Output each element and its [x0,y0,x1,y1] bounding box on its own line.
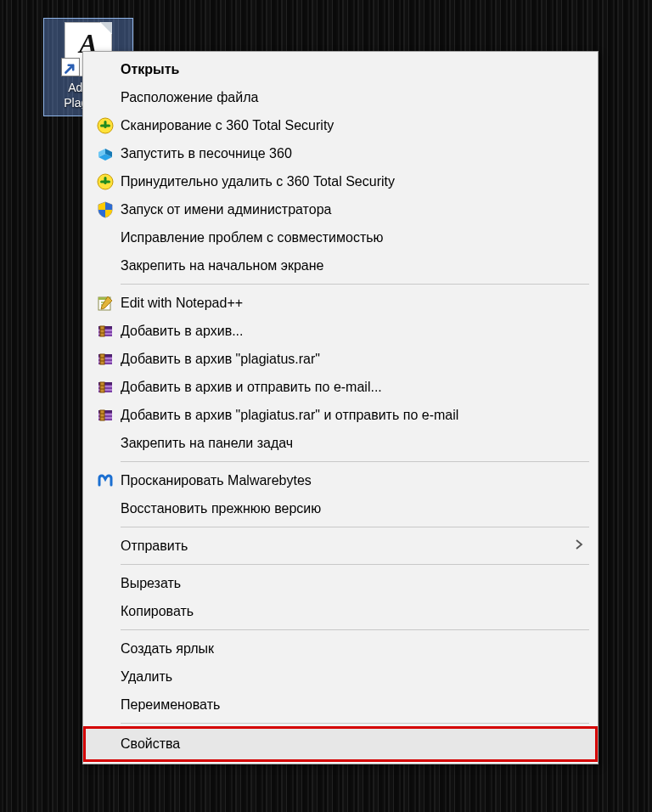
menu-item-edit-npp[interactable]: Edit with Notepad++ [85,289,596,317]
winrar-icon-slot [90,378,121,397]
menu-item-label: Исправление проблем с совместимостью [121,230,584,245]
menu-separator [121,461,589,462]
menu-item-create-shortcut[interactable]: Создать ярлык [85,634,596,663]
svg-rect-8 [100,180,110,183]
menu-item-compat-fix[interactable]: Исправление проблем с совместимостью [85,223,596,251]
menu-item-label: Восстановить прежнюю версию [121,501,584,516]
menu-item-label: Добавить в архив и отправить по e-mail..… [121,380,584,395]
menu-item-scan-mwb[interactable]: Просканировать Malwarebytes [85,466,596,494]
menu-item-sandbox-360[interactable]: Запустить в песочнице 360 [85,139,596,167]
menu-item-restore-prev[interactable]: Восстановить прежнюю версию [85,494,596,522]
menu-item-label: Копировать [121,604,584,619]
menu-item-label: Принудительно удалить с 360 Total Securi… [121,174,584,189]
menu-separator [121,284,589,285]
desktop-background: A Advego Plagiatus ОткрытьРасположение ф… [0,0,652,812]
menu-item-label: Открыть [121,62,584,77]
menu-item-copy[interactable]: Копировать [85,597,596,625]
menu-separator [121,723,589,724]
menu-item-label: Свойства [121,736,584,752]
menu-item-label: Запуск от имени администратора [121,202,584,217]
scan360-icon-slot [90,116,121,135]
malwarebytes-icon-slot [90,471,121,490]
menu-item-delete[interactable]: Удалить [85,663,596,691]
menu-item-open[interactable]: Открыть [85,55,596,83]
svg-rect-27 [100,382,104,392]
svg-rect-2 [100,124,110,127]
menu-separator [121,629,589,630]
menu-separator [121,564,589,565]
menu-item-label: Добавить в архив... [121,324,584,339]
menu-item-file-location[interactable]: Расположение файла [85,83,596,111]
menu-item-label: Переименовать [121,697,584,713]
shortcut-glyph: A [65,36,112,51]
menu-item-label: Расположение файла [121,90,584,105]
menu-item-run-as-admin[interactable]: Запуск от имени администратора [85,195,596,223]
menu-item-scan-360[interactable]: Сканирование с 360 Total Security [85,111,596,139]
scan360-icon-slot [90,172,121,191]
menu-item-label: Сканирование с 360 Total Security [121,118,584,133]
menu-item-rar-add[interactable]: Добавить в архив... [85,317,596,345]
shield-icon-slot [90,200,121,219]
menu-item-label: Закрепить на начальном экране [121,258,584,273]
submenu-arrow [574,538,584,555]
menu-item-label: Edit with Notepad++ [121,296,584,311]
uac-shield-icon [96,200,115,219]
sandbox-icon-slot [90,144,121,163]
svg-rect-15 [100,326,104,336]
menu-item-label: Закрепить на панели задач [121,436,584,451]
menu-item-label: Удалить [121,669,584,685]
menu-item-cut[interactable]: Вырезать [85,569,596,597]
menu-item-pin-taskbar[interactable]: Закрепить на панели задач [85,429,596,457]
submenu-arrow-icon [574,538,584,551]
menu-item-rename[interactable]: Переименовать [85,691,596,719]
winrar-icon-slot [90,322,121,341]
menu-separator [121,527,589,527]
svg-rect-21 [100,354,104,364]
menu-item-label: Запустить в песочнице 360 [121,146,584,161]
menu-item-label: Вырезать [121,576,584,591]
menu-item-label: Создать ярлык [121,641,584,657]
menu-item-rar-add-named-email[interactable]: Добавить в архив "plagiatus.rar" и отпра… [85,401,596,429]
menu-item-label: Добавить в архив "plagiatus.rar" и отпра… [121,408,584,423]
menu-item-label: Отправить [121,539,574,554]
menu-item-pin-start[interactable]: Закрепить на начальном экране [85,251,596,279]
menu-item-properties[interactable]: Свойства [85,728,596,760]
svg-rect-33 [100,410,104,420]
shortcut-arrow-overlay-icon [61,58,80,76]
winrar-icon [96,322,115,341]
menu-item-label: Просканировать Malwarebytes [121,473,584,488]
winrar-icon [96,350,115,369]
winrar-icon [96,406,115,425]
menu-item-rar-add-named[interactable]: Добавить в архив "plagiatus.rar" [85,345,596,373]
winrar-icon [96,378,115,397]
winrar-icon-slot [90,406,121,425]
menu-item-rar-add-email[interactable]: Добавить в архив и отправить по e-mail..… [85,373,596,401]
menu-item-force-delete-360[interactable]: Принудительно удалить с 360 Total Securi… [85,167,596,195]
context-menu: ОткрытьРасположение файла Сканирование с… [82,51,599,764]
scan-360-icon [96,172,115,191]
menu-item-label: Добавить в архив "plagiatus.rar" [121,352,584,367]
sandbox-icon [96,144,115,163]
notepadpp-icon-slot [90,294,121,313]
winrar-icon-slot [90,350,121,369]
notepadpp-icon [96,294,115,313]
menu-item-send-to[interactable]: Отправить [85,532,596,560]
scan-360-icon [96,116,115,135]
malwarebytes-icon [96,471,115,490]
